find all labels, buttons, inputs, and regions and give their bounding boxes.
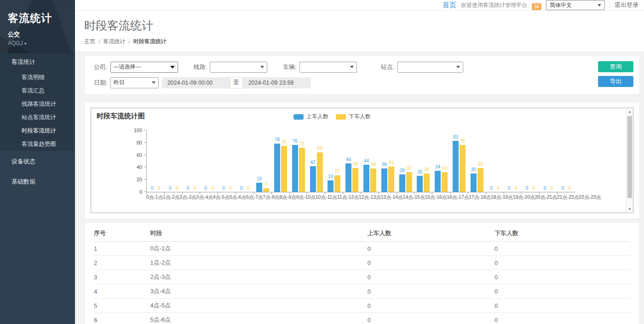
x-axis-label: 21点-22点 xyxy=(557,194,579,200)
x-axis-label: 6点-7点 xyxy=(246,194,263,200)
y-axis-label: 20 xyxy=(137,177,142,182)
sidebar-subitem[interactable]: 站点客流统计 xyxy=(0,111,75,124)
org-name: 公交 xyxy=(8,30,75,39)
logout-link[interactable]: 退出登录 xyxy=(615,1,638,9)
sidebar-subitem[interactable]: 客流量趋势图 xyxy=(0,138,75,151)
topbar-divider xyxy=(610,1,610,9)
line-label: 线路: xyxy=(194,63,207,71)
bar-group: 8376 xyxy=(450,131,468,192)
x-axis-label: 13点-14点 xyxy=(381,194,403,200)
chart-scrollbar[interactable]: ▲ ▼ xyxy=(626,108,633,213)
x-axis-label: 19点-20点 xyxy=(513,194,535,200)
legend-item: 下车人数 xyxy=(336,113,371,121)
bar-value-label: 26 xyxy=(417,169,422,174)
bar: 76 xyxy=(292,145,298,192)
bar: 30 xyxy=(471,174,477,192)
bar-value-label: 72 xyxy=(299,141,305,146)
bar: 32 xyxy=(442,172,448,192)
sidebar-subitem[interactable]: 客流汇总 xyxy=(0,84,75,98)
bar-value-label: 6 xyxy=(265,182,268,187)
search-button[interactable]: 查询 xyxy=(598,61,633,72)
bar-group: 3432 xyxy=(432,131,450,192)
main-area: 首页 欢迎使用客流统计管理平台 34 简体中文 退出登录 时段客流统计 主页/客… xyxy=(75,0,644,324)
breadcrumb-separator: / xyxy=(98,39,100,45)
sidebar-subitem[interactable]: 时段客流统计 xyxy=(0,124,75,138)
x-axis-label: 10点-11点 xyxy=(316,194,337,200)
table-cell: 3 xyxy=(94,270,150,284)
company-select[interactable]: ---请选择--- xyxy=(110,62,178,73)
bar-value-label: 0 xyxy=(176,185,178,191)
x-axis-label: 15点-16点 xyxy=(425,194,447,200)
table-cell: 0 xyxy=(494,270,630,284)
bar-value-label: 0 xyxy=(187,185,190,191)
x-axis-label: 12点-13点 xyxy=(359,194,381,200)
bar-value-label: 0 xyxy=(515,185,518,191)
bar-value-label: 0 xyxy=(544,185,546,191)
bar: 34 xyxy=(435,171,441,192)
bar-value-label: 32 xyxy=(442,166,447,171)
sidebar-item[interactable]: 基础数据 xyxy=(0,172,75,191)
bar: 83 xyxy=(453,141,459,192)
date-label: 日期: xyxy=(94,79,108,87)
chevron-down-icon xyxy=(260,66,264,68)
station-select[interactable] xyxy=(397,62,463,73)
bar: 41 xyxy=(388,167,394,192)
page-title: 时段客流统计 xyxy=(84,18,644,33)
sidebar-subitem[interactable]: 线路客流统计 xyxy=(0,98,75,111)
x-axis-label: 16点-17点 xyxy=(447,194,469,200)
scroll-down-icon[interactable]: ▼ xyxy=(627,206,633,213)
table-header-row: 序号时段上车人数下车人数 xyxy=(94,225,630,242)
y-axis-label: 40 xyxy=(137,164,142,170)
table-cell: 0 xyxy=(368,242,494,256)
export-button[interactable]: 导出 xyxy=(598,76,633,87)
filter-buttons: 查询 导出 xyxy=(598,61,633,87)
chevron-down-icon xyxy=(350,66,354,68)
x-axis-label: 4点-5点 xyxy=(213,194,230,200)
sidebar-item[interactable]: 设备状态 xyxy=(0,152,75,171)
x-axis-label: 8点-9点 xyxy=(280,194,296,200)
chevron-down-icon xyxy=(598,4,601,6)
language-select[interactable]: 简体中文 xyxy=(546,0,605,10)
bar-group: 00 xyxy=(504,131,522,192)
date-preset-value: 昨日 xyxy=(114,79,125,87)
sidebar-subitem[interactable]: 客流明细 xyxy=(0,71,75,84)
scrollbar-thumb[interactable] xyxy=(627,116,632,198)
bar-group: 00 xyxy=(147,131,165,192)
bar: 64 xyxy=(317,152,323,192)
bar-value-label: 0 xyxy=(497,185,500,191)
bar-value-label: 0 xyxy=(508,185,511,191)
bar-group: 00 xyxy=(200,131,218,192)
language-select-value: 简体中文 xyxy=(550,1,572,9)
home-link[interactable]: 首页 xyxy=(443,1,456,10)
breadcrumb-separator: / xyxy=(128,39,130,45)
company-label: 公司: xyxy=(94,63,108,71)
y-axis-tick xyxy=(144,167,146,167)
bar-value-label: 30 xyxy=(424,167,429,172)
date-preset-select[interactable]: 昨日 xyxy=(110,77,159,88)
filter-row-1: 公司: ---请选择--- 线路: 车辆: 站点: xyxy=(94,61,633,73)
scroll-up-icon[interactable]: ▲ xyxy=(627,108,633,115)
table-cell: 0 xyxy=(368,284,494,299)
sidebar-item[interactable]: 客流统计 xyxy=(0,53,75,71)
breadcrumb-link[interactable]: 客流统计 xyxy=(103,38,125,46)
date-from-input[interactable]: 2024-01-09 00:00 xyxy=(162,77,230,88)
bar: 38 xyxy=(370,168,376,192)
date-to-input[interactable]: 2024-01-09 23:59 xyxy=(243,77,311,88)
x-axis-label: 11点-12点 xyxy=(337,194,359,200)
table-cell: 0 xyxy=(368,256,494,270)
y-axis-tick xyxy=(144,155,146,155)
notification-badge[interactable]: 34 xyxy=(532,3,541,10)
bar-value-label: 0 xyxy=(158,185,161,191)
breadcrumb-current: 时段客流统计 xyxy=(133,38,167,46)
line-select[interactable] xyxy=(210,62,267,73)
bar-group: 7672 xyxy=(289,131,307,192)
y-axis-label: 80 xyxy=(137,140,142,145)
table-cell: 3点-4点 xyxy=(150,284,367,299)
org-code-dropdown[interactable]: AQGJ▾ xyxy=(8,40,75,46)
bar-group: 4264 xyxy=(307,131,325,192)
vehicle-select[interactable] xyxy=(299,62,357,73)
x-axis-label: 7点-8点 xyxy=(263,194,279,200)
breadcrumb-link[interactable]: 主页 xyxy=(84,38,95,46)
chart-plot: 0204060801000000000000001567875767242641… xyxy=(146,131,575,192)
vehicle-label: 车辆: xyxy=(283,63,297,71)
